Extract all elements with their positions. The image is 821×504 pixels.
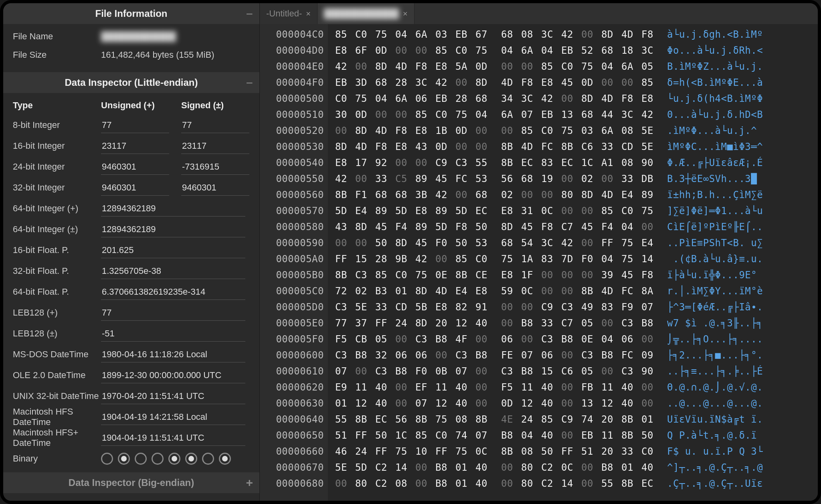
hex-bytes[interactable]: 85C075046A03EB6768083C42008D4DF8E86F0D00… — [328, 24, 661, 501]
hex-editor[interactable]: 000004C0000004D0000004E0000004F000000500… — [260, 24, 821, 501]
col-unsigned: Unsigned (+) — [101, 100, 181, 111]
type-label: 32-bit Integer — [13, 182, 101, 193]
row-binary: Binary — [3, 448, 259, 469]
inspector-row: 16-bit Float. P. 201.625 — [3, 240, 259, 261]
signed-value[interactable]: 23117 — [181, 138, 249, 154]
value[interactable]: 1980-04-16 11:18:26 Local — [101, 347, 245, 362]
tab-bar: -Untitled- × ████████████ × — [260, 3, 821, 24]
close-icon[interactable]: × — [403, 9, 408, 18]
inspector-le-header[interactable]: Data Inspector (Little-endian) − — [3, 72, 259, 93]
value[interactable]: 1904-04-19 14:21:58 Local — [101, 409, 245, 425]
plus-icon[interactable]: + — [246, 476, 253, 490]
type-label: Macintosh HFS+ DateTime — [13, 427, 101, 448]
file-name-value: ████████████ — [101, 31, 250, 42]
bit-radio[interactable] — [152, 453, 164, 465]
type-label: 8-bit Integer — [13, 120, 101, 130]
signed-value[interactable]: 9460301 — [181, 180, 249, 196]
inspector-row: LEB128 (±) -51 — [3, 323, 259, 344]
type-label: 32-bit Float. P. — [13, 266, 101, 276]
tab-active[interactable]: ████████████ × — [317, 3, 415, 24]
bit-radio[interactable] — [185, 453, 197, 465]
inspector-row: 32-bit Float. P. 1.3256705e-38 — [3, 261, 259, 281]
inspector-row: 8-bit Integer 77 77 — [3, 115, 259, 136]
file-name-label: File Name — [13, 31, 101, 42]
inspector-be-title: Data Inspector (Big-endian) — [69, 477, 194, 488]
hex-offsets: 000004C0000004D0000004E0000004F000000500… — [260, 24, 328, 501]
file-size-value: 161,482,464 bytes (155 MiB) — [101, 50, 250, 60]
inspector-row: 64-bit Integer (±) 12894362189 — [3, 219, 259, 240]
type-label: MS-DOS DateTime — [13, 349, 101, 360]
inspector-row: 16-bit Integer 23117 23117 — [3, 136, 259, 156]
tab-label: -Untitled- — [266, 8, 302, 19]
file-info-header[interactable]: File Information − — [3, 3, 259, 24]
inspector-row: 32-bit Integer 9460301 9460301 — [3, 177, 259, 198]
type-label: 64-bit Integer (+) — [13, 203, 101, 214]
inspector-row: MS-DOS DateTime 1980-04-16 11:18:26 Loca… — [3, 344, 259, 365]
value[interactable]: 1899-12-30 00:00:00.000 UTC — [101, 368, 245, 383]
close-icon[interactable]: × — [306, 9, 311, 18]
value[interactable]: -51 — [101, 326, 245, 342]
bit-radio[interactable] — [135, 453, 147, 465]
inspector-row: LEB128 (+) 77 — [3, 302, 259, 323]
type-label: 64-bit Float. P. — [13, 287, 101, 297]
value[interactable]: 77 — [101, 305, 245, 321]
file-size-label: File Size — [13, 50, 101, 60]
value[interactable]: 1970-04-20 11:51:41 UTC — [101, 389, 245, 404]
bit-radio[interactable] — [101, 453, 113, 465]
type-label: Macintosh HFS DateTime — [13, 407, 101, 427]
type-label: UNIX 32-bit DateTime — [13, 391, 101, 401]
inspector-row: 24-bit Integer 9460301 -7316915 — [3, 156, 259, 177]
value[interactable]: 12894362189 — [101, 201, 245, 217]
inspector-columns: Type Unsigned (+) Signed (±) — [3, 93, 259, 115]
minus-icon[interactable]: − — [246, 11, 253, 17]
unsigned-value[interactable]: 9460301 — [101, 180, 169, 196]
signed-value[interactable]: 77 — [181, 117, 249, 133]
binary-label: Binary — [13, 453, 101, 464]
file-info-title: File Information — [95, 8, 168, 19]
inspector-row: UNIX 32-bit DateTime 1970-04-20 11:51:41… — [3, 386, 259, 407]
inspector-le-title: Data Inspector (Little-endian) — [65, 77, 198, 88]
type-label: LEB128 (±) — [13, 328, 101, 339]
type-label: 16-bit Float. P. — [13, 245, 101, 255]
type-label: 16-bit Integer — [13, 141, 101, 151]
inspector-row: Macintosh HFS+ DateTime 1904-04-19 11:51… — [3, 427, 259, 448]
tab-label: ████████████ — [324, 8, 399, 19]
tab-untitled[interactable]: -Untitled- × — [260, 3, 317, 24]
type-label: 64-bit Integer (±) — [13, 224, 101, 235]
type-label: 24-bit Integer — [13, 162, 101, 172]
bit-radio[interactable] — [219, 453, 231, 465]
type-label: LEB128 (+) — [13, 308, 101, 318]
value[interactable]: 12894362189 — [101, 222, 245, 237]
inspector-row: OLE 2.0 DateTime 1899-12-30 00:00:00.000… — [3, 365, 259, 386]
inspector-row: 64-bit Float. P. 6.370661382619235e-314 — [3, 281, 259, 302]
hex-ascii[interactable]: à└u.j.δgh.<B.ìMºΦo...à└u.j.δRh.<B.ìMºΦZ.… — [661, 24, 821, 501]
col-signed: Signed (±) — [181, 100, 249, 111]
col-type: Type — [13, 100, 101, 111]
inspector-row: 64-bit Integer (+) 12894362189 — [3, 198, 259, 219]
value[interactable]: 6.370661382619235e-314 — [101, 284, 245, 300]
bit-radio[interactable] — [202, 453, 214, 465]
bit-radio[interactable] — [168, 453, 180, 465]
value[interactable]: 201.625 — [101, 243, 245, 258]
value[interactable]: 1904-04-19 11:51:41 UTC — [101, 430, 245, 446]
minus-icon[interactable]: − — [246, 80, 253, 86]
inspector-be-header[interactable]: Data Inspector (Big-endian) + — [3, 472, 259, 493]
inspector-row: Macintosh HFS DateTime 1904-04-19 14:21:… — [3, 407, 259, 427]
signed-value[interactable]: -7316915 — [181, 159, 249, 175]
value[interactable]: 1.3256705e-38 — [101, 263, 245, 279]
bit-radio[interactable] — [118, 453, 130, 465]
type-label: OLE 2.0 DateTime — [13, 370, 101, 381]
unsigned-value[interactable]: 9460301 — [101, 159, 169, 175]
unsigned-value[interactable]: 77 — [101, 117, 169, 133]
unsigned-value[interactable]: 23117 — [101, 138, 169, 154]
file-info-body: File Name ████████████ File Size 161,482… — [3, 24, 259, 72]
